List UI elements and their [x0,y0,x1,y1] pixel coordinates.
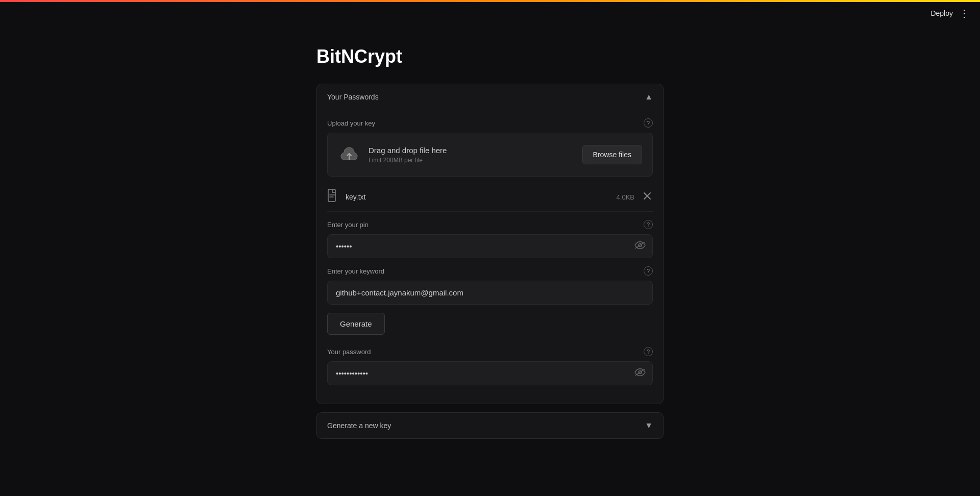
pin-input[interactable] [327,234,653,258]
passwords-card: Your Passwords ▲ Upload your key ? [316,84,664,404]
keyword-section: Enter your keyword ? [327,266,653,305]
file-name: key.txt [346,193,605,201]
top-gradient-bar [0,0,980,2]
keyword-input[interactable] [327,281,653,305]
file-item: key.txt 4.0KB [327,183,653,212]
new-key-card: Generate a new key ▼ [316,412,664,439]
svg-rect-0 [328,189,335,202]
pin-input-wrapper [327,234,653,258]
upload-left: Drag and drop file here Limit 200MB per … [338,143,447,166]
new-key-card-header[interactable]: Generate a new key ▼ [317,413,663,438]
upload-section-label-row: Upload your key ? [327,118,653,128]
keyword-label-row: Enter your keyword ? [327,266,653,276]
pin-section: Enter your pin ? [327,220,653,258]
keyword-label: Enter your keyword [327,267,384,275]
password-output-section: Your password ? [327,347,653,385]
upload-text-block: Drag and drop file here Limit 200MB per … [369,146,447,164]
deploy-button[interactable]: Deploy [930,9,953,17]
file-remove-button[interactable] [642,190,653,204]
file-size: 4.0KB [617,193,634,201]
pin-label-row: Enter your pin ? [327,220,653,229]
upload-label: Upload your key [327,119,375,127]
app-title: BitNCrypt [316,46,664,67]
main-content: BitNCrypt Your Passwords ▲ Upload your k… [306,0,674,439]
password-label: Your password [327,348,371,356]
passwords-card-header[interactable]: Your Passwords ▲ [317,84,663,110]
cloud-upload-icon [338,143,360,166]
pin-label: Enter your pin [327,221,369,229]
pin-toggle-visibility[interactable] [634,241,646,252]
header: Deploy ⋮ [920,2,980,24]
passwords-card-title: Your Passwords [327,93,379,101]
file-icon [327,189,338,205]
divider [327,110,653,110]
password-help-icon[interactable]: ? [644,347,653,356]
password-label-row: Your password ? [327,347,653,356]
passwords-card-body: Upload your key ? Drag and drop [317,110,663,404]
keyword-help-icon[interactable]: ? [644,266,653,276]
passwords-card-chevron: ▲ [645,92,653,102]
pin-help-icon[interactable]: ? [644,220,653,229]
browse-files-button[interactable]: Browse files [582,145,642,164]
drag-drop-text: Drag and drop file here [369,146,447,155]
new-key-card-chevron: ▼ [645,421,653,430]
more-options-button[interactable]: ⋮ [959,7,970,19]
limit-text: Limit 200MB per file [369,157,447,164]
password-output-field[interactable] [327,361,653,385]
new-key-card-title: Generate a new key [327,421,391,430]
password-toggle-visibility[interactable] [634,368,646,379]
password-output-wrapper [327,361,653,385]
upload-area: Drag and drop file here Limit 200MB per … [327,133,653,177]
upload-help-icon[interactable]: ? [644,118,653,128]
keyword-input-wrapper [327,281,653,305]
generate-button[interactable]: Generate [327,313,385,335]
